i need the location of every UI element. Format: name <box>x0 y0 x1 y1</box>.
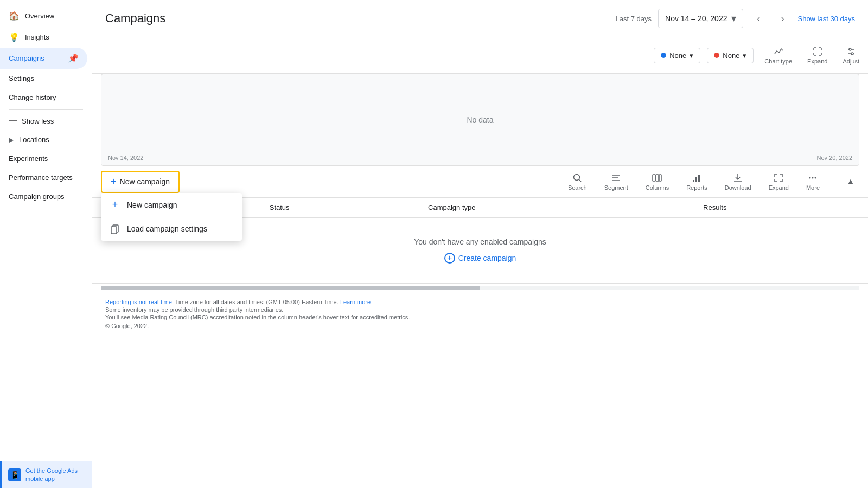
svg-point-6 <box>574 175 580 181</box>
sidebar-item-label: Overview <box>25 12 54 20</box>
svg-point-20 <box>815 177 816 179</box>
download-icon <box>732 172 743 183</box>
sidebar-item-settings[interactable]: Settings <box>0 69 87 88</box>
sidebar-item-label: Settings <box>9 74 34 82</box>
metric-1-chevron: ▾ <box>690 52 693 60</box>
chevron-down-icon: ▾ <box>731 12 736 24</box>
more-button[interactable]: More <box>802 170 824 193</box>
segment-button[interactable]: Segment <box>600 170 633 193</box>
adjust-button[interactable]: Adjust <box>838 44 864 67</box>
col-results[interactable]: Results <box>694 198 868 217</box>
table-toolbar: + New campaign + New campaign <box>92 166 868 198</box>
no-data-text: No data <box>467 115 493 124</box>
new-campaign-button[interactable]: + New campaign <box>101 171 180 193</box>
show-less-label: Show less <box>22 117 54 125</box>
mobile-app-label: Get the Google Ads mobile app <box>25 467 85 483</box>
new-campaign-menu-item[interactable]: + New campaign <box>101 193 242 217</box>
metric-2-dropdown[interactable]: None ▾ <box>707 48 754 63</box>
sidebar-item-label: Experiments <box>9 155 48 163</box>
sidebar-item-campaigns[interactable]: Campaigns 📌 <box>0 48 87 69</box>
metric-2-chevron: ▾ <box>743 52 746 60</box>
chart-expand-button[interactable]: Expand <box>803 44 832 67</box>
table-expand-icon <box>773 172 784 183</box>
metric-1-label: None <box>669 52 686 60</box>
search-button[interactable]: Search <box>564 170 591 193</box>
download-button[interactable]: Download <box>720 170 756 193</box>
search-icon <box>572 172 583 183</box>
chevron-icon: ▶ <box>9 136 14 144</box>
learn-more-link[interactable]: Learn more <box>340 299 371 305</box>
toolbar-divider <box>833 173 833 190</box>
metric-1-dropdown[interactable]: None ▾ <box>654 48 700 63</box>
load-settings-label: Load campaign settings <box>127 224 207 233</box>
sidebar-item-change-history[interactable]: Change history <box>0 88 87 107</box>
svg-point-18 <box>809 177 811 179</box>
svg-rect-14 <box>693 180 694 182</box>
svg-rect-13 <box>659 175 661 181</box>
chart-type-icon <box>773 46 784 57</box>
next-period-button[interactable]: › <box>774 10 791 27</box>
sidebar-item-label: Campaign groups <box>9 192 65 201</box>
reports-icon <box>691 172 702 183</box>
date-range-text: Nov 14 – 20, 2022 <box>665 14 727 23</box>
table-expand-button[interactable]: Expand <box>764 170 793 193</box>
svg-rect-16 <box>698 175 700 182</box>
adjust-label: Adjust <box>843 58 859 65</box>
load-settings-menu-item[interactable]: Load campaign settings <box>101 217 242 241</box>
sidebar-item-locations[interactable]: ▶ Locations <box>0 130 87 149</box>
create-plus-icon: + <box>444 253 455 264</box>
reports-button[interactable]: Reports <box>682 170 712 193</box>
columns-button[interactable]: Columns <box>641 170 673 193</box>
prev-period-button[interactable]: ‹ <box>750 10 767 27</box>
show-last-button[interactable]: Show last 30 days <box>797 15 855 23</box>
svg-rect-15 <box>695 177 697 182</box>
mobile-app-banner[interactable]: 📱 Get the Google Ads mobile app <box>0 461 92 488</box>
chevron-right-icon: › <box>781 13 784 24</box>
mobile-icon: 📱 <box>8 468 21 481</box>
chart-date-start: Nov 14, 2022 <box>108 155 143 161</box>
search-label: Search <box>568 184 587 191</box>
plus-icon: + <box>111 176 117 188</box>
expand-label: Expand <box>769 184 789 191</box>
sidebar-item-campaign-groups[interactable]: Campaign groups <box>0 187 87 206</box>
dash-icon: — <box>9 116 17 126</box>
columns-icon <box>652 172 662 183</box>
campaign-dropdown-menu: + New campaign Load campaign settings <box>101 193 242 241</box>
svg-point-3 <box>851 53 853 55</box>
collapse-button[interactable]: ▲ <box>842 173 859 190</box>
chevron-left-icon: ‹ <box>757 13 760 24</box>
reports-label: Reports <box>686 184 707 191</box>
chevron-up-icon: ▲ <box>846 177 855 187</box>
segment-icon <box>611 172 622 183</box>
show-less-button[interactable]: — Show less <box>0 112 92 130</box>
col-status[interactable]: Status <box>261 198 419 217</box>
chart-date-end: Nov 20, 2022 <box>817 155 852 161</box>
metric-2-color-dot <box>714 53 719 58</box>
chart-controls: None ▾ None ▾ Chart type Expand <box>92 37 868 74</box>
home-icon: 🏠 <box>9 11 20 21</box>
main-content: Campaigns Last 7 days Nov 14 – 20, 2022 … <box>92 0 868 488</box>
reporting-link[interactable]: Reporting is not real-time. <box>105 299 174 305</box>
col-campaign-type[interactable]: Campaign type <box>419 198 694 217</box>
sidebar-item-insights[interactable]: 💡 Insights <box>0 27 87 48</box>
footer-line-2: Some inventory may be provided through t… <box>105 306 855 313</box>
svg-rect-11 <box>653 175 655 181</box>
metric-1-color-dot <box>661 53 666 58</box>
adjust-icon <box>846 46 857 57</box>
download-label: Download <box>725 184 751 191</box>
date-picker[interactable]: Nov 14 – 20, 2022 ▾ <box>658 9 743 28</box>
footer-line-1: Reporting is not real-time. Time zone fo… <box>105 299 855 305</box>
copyright-text: © Google, 2022. <box>105 323 855 329</box>
sidebar-item-label: Change history <box>9 93 56 101</box>
sidebar-item-experiments[interactable]: Experiments <box>0 149 87 168</box>
insights-icon: 💡 <box>9 32 20 42</box>
horizontal-scrollbar[interactable] <box>101 286 859 290</box>
create-campaign-label: Create campaign <box>458 254 516 262</box>
sidebar-item-overview[interactable]: 🏠 Overview <box>0 5 87 27</box>
create-campaign-button[interactable]: + Create campaign <box>444 253 516 264</box>
sidebar-item-performance-targets[interactable]: Performance targets <box>0 168 87 187</box>
new-campaign-menu-label: New campaign <box>127 201 177 209</box>
chart-type-button[interactable]: Chart type <box>760 44 796 67</box>
scrollbar-thumb[interactable] <box>101 286 480 290</box>
timezone-text: Time zone for all dates and times: (GMT-… <box>175 299 339 305</box>
